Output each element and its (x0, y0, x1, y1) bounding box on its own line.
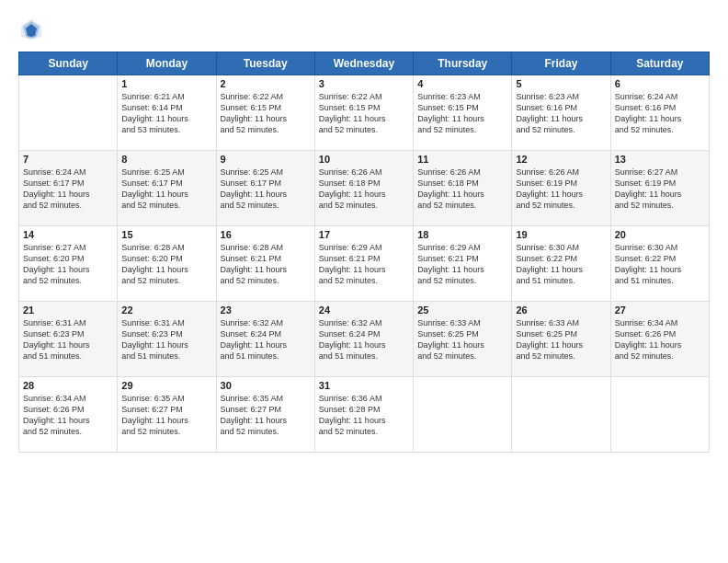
day-info: Sunrise: 6:26 AM Sunset: 6:19 PM Dayligh… (516, 167, 606, 212)
day-info: Sunrise: 6:34 AM Sunset: 6:26 PM Dayligh… (615, 317, 705, 362)
day-info: Sunrise: 6:24 AM Sunset: 6:17 PM Dayligh… (23, 167, 113, 212)
day-info: Sunrise: 6:21 AM Sunset: 6:14 PM Dayligh… (121, 91, 211, 136)
calendar-cell: 9Sunrise: 6:25 AM Sunset: 6:17 PM Daylig… (216, 151, 314, 226)
header (18, 17, 710, 42)
calendar-table: SundayMondayTuesdayWednesdayThursdayFrid… (18, 52, 710, 453)
calendar-cell: 17Sunrise: 6:29 AM Sunset: 6:21 PM Dayli… (314, 226, 413, 302)
day-number: 4 (417, 78, 507, 89)
day-number: 5 (516, 78, 606, 89)
day-info: Sunrise: 6:32 AM Sunset: 6:24 PM Dayligh… (319, 317, 409, 362)
day-number: 26 (516, 304, 606, 316)
calendar-cell: 8Sunrise: 6:25 AM Sunset: 6:17 PM Daylig… (118, 151, 216, 226)
calendar-cell: 29Sunrise: 6:35 AM Sunset: 6:27 PM Dayli… (118, 377, 216, 453)
day-info: Sunrise: 6:36 AM Sunset: 6:28 PM Dayligh… (319, 393, 409, 438)
day-info: Sunrise: 6:23 AM Sunset: 6:16 PM Dayligh… (516, 91, 606, 136)
week-row-1: 7Sunrise: 6:24 AM Sunset: 6:17 PM Daylig… (19, 151, 710, 226)
calendar-cell: 15Sunrise: 6:28 AM Sunset: 6:20 PM Dayli… (118, 226, 216, 302)
day-info: Sunrise: 6:23 AM Sunset: 6:15 PM Dayligh… (417, 91, 507, 136)
calendar-cell: 3Sunrise: 6:22 AM Sunset: 6:15 PM Daylig… (314, 75, 413, 151)
day-number: 16 (221, 229, 311, 240)
day-info: Sunrise: 6:22 AM Sunset: 6:15 PM Dayligh… (319, 91, 409, 136)
weekday-thursday: Thursday (414, 52, 512, 75)
logo (18, 17, 48, 42)
day-info: Sunrise: 6:33 AM Sunset: 6:25 PM Dayligh… (516, 317, 606, 362)
day-info: Sunrise: 6:35 AM Sunset: 6:27 PM Dayligh… (121, 393, 211, 438)
calendar-cell: 31Sunrise: 6:36 AM Sunset: 6:28 PM Dayli… (314, 377, 413, 453)
day-info: Sunrise: 6:22 AM Sunset: 6:15 PM Dayligh… (221, 91, 311, 136)
calendar-cell: 6Sunrise: 6:24 AM Sunset: 6:16 PM Daylig… (610, 75, 709, 151)
day-info: Sunrise: 6:30 AM Sunset: 6:22 PM Dayligh… (615, 242, 705, 287)
day-info: Sunrise: 6:28 AM Sunset: 6:20 PM Dayligh… (121, 242, 211, 287)
day-number: 22 (121, 304, 211, 316)
calendar-cell: 12Sunrise: 6:26 AM Sunset: 6:19 PM Dayli… (512, 151, 610, 226)
calendar-cell: 7Sunrise: 6:24 AM Sunset: 6:17 PM Daylig… (19, 151, 118, 226)
weekday-header-row: SundayMondayTuesdayWednesdayThursdayFrid… (19, 52, 710, 75)
day-number: 28 (23, 380, 113, 391)
calendar-cell: 13Sunrise: 6:27 AM Sunset: 6:19 PM Dayli… (610, 151, 709, 226)
weekday-tuesday: Tuesday (216, 52, 314, 75)
calendar-cell: 23Sunrise: 6:32 AM Sunset: 6:24 PM Dayli… (216, 302, 314, 377)
weekday-monday: Monday (118, 52, 216, 75)
calendar-cell: 28Sunrise: 6:34 AM Sunset: 6:26 PM Dayli… (19, 377, 118, 453)
calendar-cell: 21Sunrise: 6:31 AM Sunset: 6:23 PM Dayli… (19, 302, 118, 377)
day-number: 29 (121, 380, 211, 391)
weekday-friday: Friday (512, 52, 610, 75)
week-row-0: 1Sunrise: 6:21 AM Sunset: 6:14 PM Daylig… (19, 75, 710, 151)
calendar-cell: 24Sunrise: 6:32 AM Sunset: 6:24 PM Dayli… (314, 302, 413, 377)
day-number: 13 (615, 154, 705, 165)
week-row-4: 28Sunrise: 6:34 AM Sunset: 6:26 PM Dayli… (19, 377, 710, 453)
day-number: 27 (615, 304, 705, 316)
calendar-cell (414, 377, 512, 453)
day-info: Sunrise: 6:25 AM Sunset: 6:17 PM Dayligh… (221, 167, 311, 212)
calendar-cell: 20Sunrise: 6:30 AM Sunset: 6:22 PM Dayli… (610, 226, 709, 302)
day-number: 8 (121, 154, 211, 165)
day-number: 18 (417, 229, 507, 240)
week-row-3: 21Sunrise: 6:31 AM Sunset: 6:23 PM Dayli… (19, 302, 710, 377)
weekday-saturday: Saturday (610, 52, 709, 75)
day-info: Sunrise: 6:30 AM Sunset: 6:22 PM Dayligh… (516, 242, 606, 287)
day-number: 19 (516, 229, 606, 240)
day-info: Sunrise: 6:26 AM Sunset: 6:18 PM Dayligh… (319, 167, 409, 212)
calendar-cell: 16Sunrise: 6:28 AM Sunset: 6:21 PM Dayli… (216, 226, 314, 302)
day-info: Sunrise: 6:34 AM Sunset: 6:26 PM Dayligh… (23, 393, 113, 438)
day-number: 3 (319, 78, 409, 89)
day-info: Sunrise: 6:29 AM Sunset: 6:21 PM Dayligh… (319, 242, 409, 287)
day-number: 14 (23, 229, 113, 240)
week-row-2: 14Sunrise: 6:27 AM Sunset: 6:20 PM Dayli… (19, 226, 710, 302)
calendar-cell (610, 377, 709, 453)
day-info: Sunrise: 6:35 AM Sunset: 6:27 PM Dayligh… (221, 393, 311, 438)
day-info: Sunrise: 6:24 AM Sunset: 6:16 PM Dayligh… (615, 91, 705, 136)
calendar-cell: 19Sunrise: 6:30 AM Sunset: 6:22 PM Dayli… (512, 226, 610, 302)
day-number: 15 (121, 229, 211, 240)
day-info: Sunrise: 6:29 AM Sunset: 6:21 PM Dayligh… (417, 242, 507, 287)
day-number: 17 (319, 229, 409, 240)
logo-icon (18, 17, 44, 42)
weekday-wednesday: Wednesday (314, 52, 413, 75)
day-number: 30 (221, 380, 311, 391)
calendar-cell: 11Sunrise: 6:26 AM Sunset: 6:18 PM Dayli… (414, 151, 512, 226)
day-number: 31 (319, 380, 409, 391)
weekday-sunday: Sunday (19, 52, 118, 75)
day-info: Sunrise: 6:33 AM Sunset: 6:25 PM Dayligh… (417, 317, 507, 362)
day-number: 20 (615, 229, 705, 240)
day-number: 11 (417, 154, 507, 165)
day-number: 24 (319, 304, 409, 316)
day-number: 7 (23, 154, 113, 165)
day-number: 6 (615, 78, 705, 89)
calendar-cell: 1Sunrise: 6:21 AM Sunset: 6:14 PM Daylig… (118, 75, 216, 151)
day-number: 25 (417, 304, 507, 316)
calendar-cell: 4Sunrise: 6:23 AM Sunset: 6:15 PM Daylig… (414, 75, 512, 151)
day-number: 12 (516, 154, 606, 165)
day-number: 10 (319, 154, 409, 165)
calendar-cell: 25Sunrise: 6:33 AM Sunset: 6:25 PM Dayli… (414, 302, 512, 377)
calendar-cell: 27Sunrise: 6:34 AM Sunset: 6:26 PM Dayli… (610, 302, 709, 377)
day-number: 21 (23, 304, 113, 316)
day-info: Sunrise: 6:25 AM Sunset: 6:17 PM Dayligh… (121, 167, 211, 212)
calendar-cell (19, 75, 118, 151)
calendar-cell: 10Sunrise: 6:26 AM Sunset: 6:18 PM Dayli… (314, 151, 413, 226)
day-info: Sunrise: 6:26 AM Sunset: 6:18 PM Dayligh… (417, 167, 507, 212)
calendar-cell: 5Sunrise: 6:23 AM Sunset: 6:16 PM Daylig… (512, 75, 610, 151)
calendar-cell: 14Sunrise: 6:27 AM Sunset: 6:20 PM Dayli… (19, 226, 118, 302)
day-number: 23 (221, 304, 311, 316)
day-info: Sunrise: 6:32 AM Sunset: 6:24 PM Dayligh… (221, 317, 311, 362)
